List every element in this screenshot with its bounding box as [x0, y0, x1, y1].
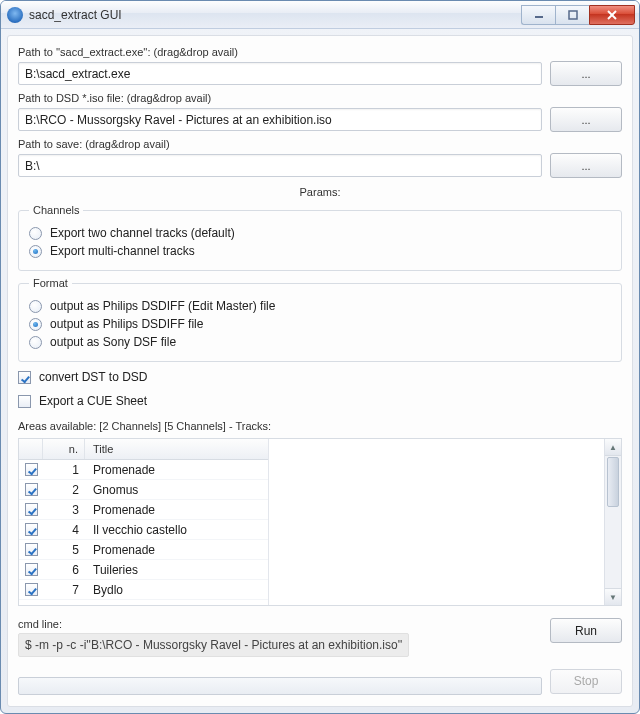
track-title: Gnomus: [85, 480, 268, 499]
track-checkbox[interactable]: [25, 463, 38, 476]
radio-icon: [29, 318, 42, 331]
format-dsf-label: output as Sony DSF file: [50, 335, 176, 349]
table-row[interactable]: 7Bydlo: [19, 580, 268, 600]
track-number: 4: [43, 520, 85, 539]
maximize-button[interactable]: [555, 5, 589, 25]
track-title: Promenade: [85, 540, 268, 559]
export-cue-label: Export a CUE Sheet: [39, 394, 147, 408]
checkbox-icon: [18, 395, 31, 408]
exe-path-input[interactable]: [18, 62, 542, 85]
iso-browse-button[interactable]: ...: [550, 107, 622, 132]
titlebar: sacd_extract GUI: [1, 1, 639, 29]
exe-browse-button[interactable]: ...: [550, 61, 622, 86]
minimize-button[interactable]: [521, 5, 555, 25]
column-title[interactable]: Title: [85, 439, 268, 459]
areas-label: Areas available: [2 Channels] [5 Channel…: [18, 420, 622, 432]
iso-path-label: Path to DSD *.iso file: (drag&drop avail…: [18, 92, 622, 104]
track-number: 6: [43, 560, 85, 579]
table-row[interactable]: 6Tuileries: [19, 560, 268, 580]
radio-icon: [29, 300, 42, 313]
format-editmaster-label: output as Philips DSDIFF (Edit Master) f…: [50, 299, 275, 313]
save-path-section: Path to save: (drag&drop avail) ...: [18, 138, 622, 178]
track-number: 2: [43, 480, 85, 499]
save-browse-button[interactable]: ...: [550, 153, 622, 178]
iso-path-section: Path to DSD *.iso file: (drag&drop avail…: [18, 92, 622, 132]
iso-path-input[interactable]: [18, 108, 542, 131]
table-row[interactable]: 3Promenade: [19, 500, 268, 520]
tracks-header: n. Title: [19, 439, 268, 460]
table-row[interactable]: 4Il vecchio castello: [19, 520, 268, 540]
format-dsdiff-label: output as Philips DSDIFF file: [50, 317, 203, 331]
vertical-scrollbar[interactable]: ▲ ▼: [604, 439, 621, 605]
content-area: Path to ''sacd_extract.exe'': (drag&drop…: [7, 35, 633, 707]
table-row[interactable]: 2Gnomus: [19, 480, 268, 500]
track-checkbox[interactable]: [25, 543, 38, 556]
minimize-icon: [534, 10, 544, 20]
channels-two-option[interactable]: Export two channel tracks (default): [29, 224, 611, 242]
track-title: Promenade: [85, 460, 268, 479]
cmd-section: cmd line: $ -m -p -c -i''B:\RCO - Mussor…: [18, 618, 542, 657]
track-number: 7: [43, 580, 85, 599]
format-dsf-option[interactable]: output as Sony DSF file: [29, 333, 611, 351]
track-title: Promenade: [85, 500, 268, 519]
save-path-input[interactable]: [18, 154, 542, 177]
track-number: 3: [43, 500, 85, 519]
track-number: 1: [43, 460, 85, 479]
track-title: Tuileries: [85, 560, 268, 579]
track-title: Bydlo: [85, 580, 268, 599]
channels-multi-label: Export multi-channel tracks: [50, 244, 195, 258]
window-title: sacd_extract GUI: [29, 8, 122, 22]
exe-path-label: Path to ''sacd_extract.exe'': (drag&drop…: [18, 46, 622, 58]
track-checkbox[interactable]: [25, 583, 38, 596]
format-dsdiff-option[interactable]: output as Philips DSDIFF file: [29, 315, 611, 333]
table-row[interactable]: 1Promenade: [19, 460, 268, 480]
radio-icon: [29, 336, 42, 349]
tracks-panel: n. Title 1Promenade2Gnomus3Promenade4Il …: [18, 438, 622, 606]
tracks-table: n. Title 1Promenade2Gnomus3Promenade4Il …: [19, 439, 269, 605]
window-controls: [521, 5, 635, 25]
column-n[interactable]: n.: [43, 439, 85, 459]
maximize-icon: [568, 10, 578, 20]
checkbox-icon: [18, 371, 31, 384]
track-checkbox[interactable]: [25, 563, 38, 576]
channels-group: Channels Export two channel tracks (defa…: [18, 204, 622, 271]
radio-icon: [29, 227, 42, 240]
channels-multi-option[interactable]: Export multi-channel tracks: [29, 242, 611, 260]
exe-path-section: Path to ''sacd_extract.exe'': (drag&drop…: [18, 46, 622, 86]
radio-icon: [29, 245, 42, 258]
format-editmaster-option[interactable]: output as Philips DSDIFF (Edit Master) f…: [29, 297, 611, 315]
track-checkbox[interactable]: [25, 483, 38, 496]
app-icon: [7, 7, 23, 23]
track-checkbox[interactable]: [25, 503, 38, 516]
track-checkbox[interactable]: [25, 523, 38, 536]
channels-two-label: Export two channel tracks (default): [50, 226, 235, 240]
cmdline-label: cmd line:: [18, 618, 542, 630]
params-heading: Params:: [18, 186, 622, 198]
tracks-body: 1Promenade2Gnomus3Promenade4Il vecchio c…: [19, 460, 268, 605]
svg-rect-1: [569, 11, 577, 19]
close-icon: [606, 9, 618, 21]
convert-dst-option[interactable]: convert DST to DSD: [18, 368, 622, 386]
cmdline-value: $ -m -p -c -i''B:\RCO - Mussorgsky Ravel…: [18, 633, 409, 657]
scroll-thumb[interactable]: [607, 457, 619, 507]
scroll-down-button[interactable]: ▼: [605, 588, 621, 605]
export-cue-option[interactable]: Export a CUE Sheet: [18, 392, 622, 410]
scroll-up-button[interactable]: ▲: [605, 439, 621, 456]
app-window: sacd_extract GUI Path to ''sacd_extract.…: [0, 0, 640, 714]
track-number: 5: [43, 540, 85, 559]
channels-legend: Channels: [29, 204, 83, 216]
convert-dst-label: convert DST to DSD: [39, 370, 147, 384]
table-row[interactable]: 5Promenade: [19, 540, 268, 560]
save-path-label: Path to save: (drag&drop avail): [18, 138, 622, 150]
close-button[interactable]: [589, 5, 635, 25]
run-button[interactable]: Run: [550, 618, 622, 643]
stop-button: Stop: [550, 669, 622, 694]
progress-bar: [18, 677, 542, 695]
track-title: Il vecchio castello: [85, 520, 268, 539]
format-group: Format output as Philips DSDIFF (Edit Ma…: [18, 277, 622, 362]
format-legend: Format: [29, 277, 72, 289]
